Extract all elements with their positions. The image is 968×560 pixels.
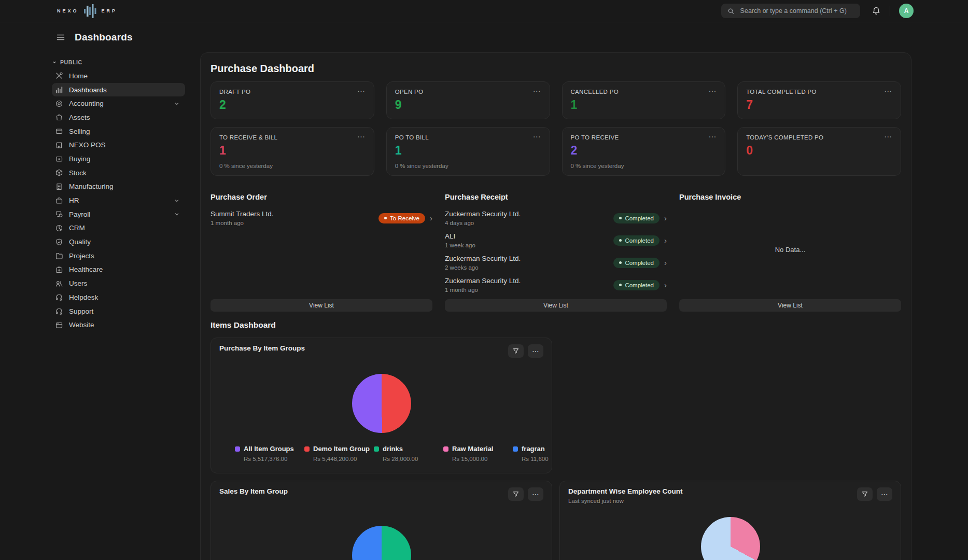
kpi-menu-button[interactable]: ⋯ xyxy=(531,131,543,143)
legend-label: fragran xyxy=(522,445,545,453)
list-item-time: 1 week ago xyxy=(445,242,613,248)
kpi-menu-button[interactable]: ⋯ xyxy=(531,85,543,97)
sidebar-item[interactable]: Support xyxy=(52,304,185,318)
sidebar-item[interactable]: Healthcare xyxy=(52,263,185,277)
filter-button[interactable] xyxy=(857,487,873,501)
notifications-bell-icon[interactable] xyxy=(872,6,881,16)
kpi-menu-button[interactable]: ⋯ xyxy=(355,131,368,143)
user-avatar[interactable]: A xyxy=(899,4,914,18)
list-item-time: 1 month ago xyxy=(445,287,613,293)
sidebar-item[interactable]: Users xyxy=(52,276,185,290)
sidebar-item[interactable]: Accounting xyxy=(52,96,185,110)
sidebar-item[interactable]: Helpdesk xyxy=(52,290,185,304)
payroll-icon xyxy=(55,210,63,218)
list-items: Summit Traders Ltd. 1 month ago To Recei… xyxy=(211,210,432,226)
legend-item[interactable]: fragran Rs 11,600 xyxy=(513,445,552,462)
sidebar-item-label: Dashboards xyxy=(69,86,107,94)
list-body: Zuckerman Security Ltd. 4 days ago Compl… xyxy=(445,210,667,299)
brand-logo[interactable]: NEXO ERP xyxy=(57,4,117,18)
legend-item[interactable]: All Item Groups Rs 5,517,376.00 xyxy=(235,445,304,462)
dashboard-panel: Purchase Dashboard DRAFT PO ⋯ 2 OPEN PO … xyxy=(200,52,911,560)
chart-title: Purchase By Item Groups xyxy=(219,344,305,352)
kpi-card: DRAFT PO ⋯ 2 xyxy=(211,81,374,119)
doc-list-section: Purchase Order Summit Traders Ltd. 1 mon… xyxy=(211,193,432,312)
status-dot xyxy=(619,217,622,219)
folder-icon xyxy=(55,251,63,260)
legend-item[interactable]: Raw Material Rs 15,000.00 xyxy=(443,445,513,462)
list-item[interactable]: Zuckerman Security Ltd. 2 weeks ago Comp… xyxy=(445,255,667,271)
legend-item[interactable]: Demo Item Group Rs 5,448,200.00 xyxy=(304,445,374,462)
status-dot xyxy=(384,217,387,219)
sidebar-item-label: Manufacturing xyxy=(69,183,114,190)
list-items: Zuckerman Security Ltd. 4 days ago Compl… xyxy=(445,210,667,293)
chart-card: Department Wise Employee Count Last sync… xyxy=(559,481,901,560)
sidebar-section-public[interactable]: PUBLIC xyxy=(52,58,185,67)
chart-menu-button[interactable]: ⋯ xyxy=(877,487,892,501)
sidebar-item[interactable]: Stock xyxy=(52,166,185,180)
sidebar-item[interactable]: NEXO POS xyxy=(52,138,185,152)
chart-menu-button[interactable]: ⋯ xyxy=(528,344,543,358)
view-list-button[interactable]: View List xyxy=(679,299,901,312)
sidebar-item[interactable]: Buying xyxy=(52,152,185,166)
list-item-name: Zuckerman Security Ltd. xyxy=(445,277,613,285)
chart-subtitle: Last synced just now xyxy=(568,498,682,504)
funnel-icon xyxy=(512,347,520,355)
top-navbar: NEXO ERP A xyxy=(0,0,968,22)
sidebar-item[interactable]: Projects xyxy=(52,249,185,263)
sidebar-item[interactable]: Payroll xyxy=(52,207,185,221)
sidebar-item[interactable]: Quality xyxy=(52,235,185,249)
filter-button[interactable] xyxy=(508,344,524,358)
legend-label: Demo Item Group xyxy=(313,445,370,453)
view-list-button[interactable]: View List xyxy=(445,299,667,312)
kpi-card: TO RECEIVE & BILL ⋯ 1 0 % since yesterda… xyxy=(211,127,374,176)
sidebar-item[interactable]: Assets xyxy=(52,110,185,124)
sidebar-item-label: Support xyxy=(69,307,93,315)
sidebar-item-label: NEXO POS xyxy=(69,141,106,149)
sidebar-item-label: Healthcare xyxy=(69,265,103,273)
kpi-value: 1 xyxy=(571,99,717,111)
sidebar-item[interactable]: Manufacturing xyxy=(52,180,185,194)
sidebar-item-label: Users xyxy=(69,279,87,287)
sidebar-item[interactable]: Home xyxy=(52,69,185,83)
kpi-card: PO TO RECEIVE ⋯ 2 0 % since yesterday xyxy=(562,127,726,176)
chart-menu-button[interactable]: ⋯ xyxy=(528,487,543,501)
list-item[interactable]: Summit Traders Ltd. 1 month ago To Recei… xyxy=(211,210,432,226)
view-list-button[interactable]: View List xyxy=(211,299,432,312)
list-item[interactable]: ALI 1 week ago Completed › xyxy=(445,232,667,248)
legend-label: drinks xyxy=(383,445,403,453)
kpi-menu-button[interactable]: ⋯ xyxy=(706,131,719,143)
chart-card: Sales By Item Group ⋯ xyxy=(211,481,552,560)
sidebar-item-label: CRM xyxy=(69,224,85,232)
browser-icon xyxy=(55,321,63,329)
search-input[interactable] xyxy=(739,7,854,15)
sidebar-item[interactable]: HR xyxy=(52,193,185,207)
sidebar-item-label: Buying xyxy=(69,155,90,163)
kpi-label: DRAFT PO xyxy=(219,89,366,95)
kpi-menu-button[interactable]: ⋯ xyxy=(706,85,719,97)
kpi-menu-button[interactable]: ⋯ xyxy=(355,85,368,97)
menu-icon[interactable] xyxy=(56,33,65,42)
sidebar-item[interactable]: Dashboards xyxy=(52,83,185,97)
filter-button[interactable] xyxy=(508,487,524,501)
status-badge: Completed xyxy=(613,213,660,223)
legend-item[interactable]: drinks Rs 28,000.00 xyxy=(374,445,443,462)
global-search[interactable] xyxy=(721,4,860,18)
kpi-card: TODAY'S COMPLETED PO ⋯ 0 xyxy=(737,127,901,176)
list-item[interactable]: Zuckerman Security Ltd. 4 days ago Compl… xyxy=(445,210,667,226)
kpi-menu-button[interactable]: ⋯ xyxy=(882,131,894,143)
sidebar-item-label: Accounting xyxy=(69,100,104,107)
list-item[interactable]: Zuckerman Security Ltd. 1 month ago Comp… xyxy=(445,277,667,293)
funnel-icon xyxy=(512,491,520,498)
sidebar-item[interactable]: Selling xyxy=(52,124,185,138)
page-header: Dashboards xyxy=(0,22,968,52)
sidebar-item[interactable]: CRM xyxy=(52,221,185,235)
kpi-menu-button[interactable]: ⋯ xyxy=(882,85,894,97)
kpi-card: TOTAL COMPLETED PO ⋯ 7 xyxy=(737,81,901,119)
kpi-label: TOTAL COMPLETED PO xyxy=(746,89,892,95)
kpi-value: 1 xyxy=(395,145,541,157)
chevron-down-icon xyxy=(174,198,180,204)
sidebar-item-label: Helpdesk xyxy=(69,293,98,301)
doc-list-section: Purchase Receipt Zuckerman Security Ltd.… xyxy=(445,193,667,312)
sidebar-item[interactable]: Website xyxy=(52,318,185,332)
chevron-down-icon xyxy=(174,211,180,217)
